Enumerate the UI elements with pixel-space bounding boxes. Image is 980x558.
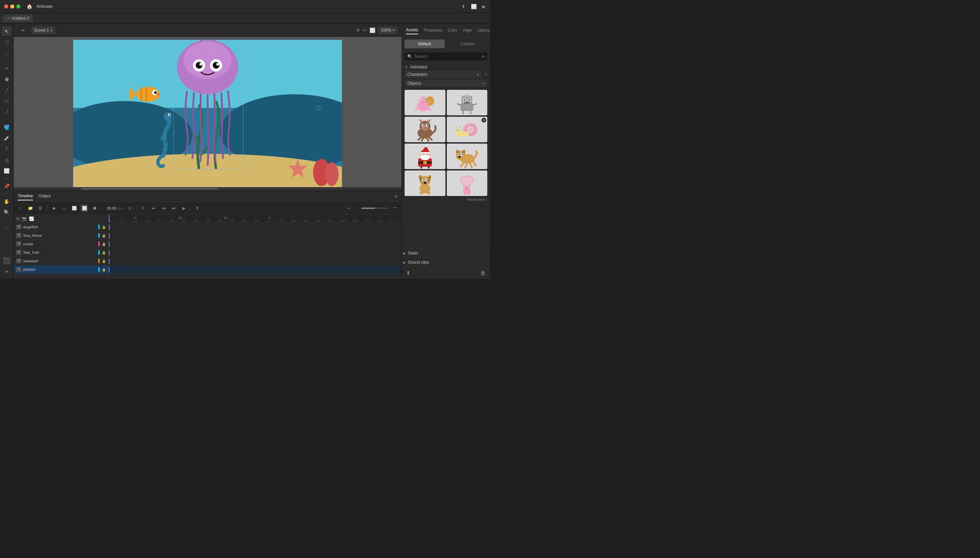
play-icon[interactable]: ▶ xyxy=(482,4,486,9)
zoom-control[interactable]: 100% ▾ xyxy=(378,26,397,34)
close-button[interactable] xyxy=(4,5,8,8)
list-view-btn[interactable]: ≡ xyxy=(482,54,484,59)
graph-btn[interactable]: 📈 xyxy=(29,217,34,221)
layer-lock-icon[interactable]: 🔒 xyxy=(102,242,106,246)
eraser-tool[interactable]: ⬜ xyxy=(2,166,11,176)
static-section[interactable]: ▶ Static xyxy=(402,248,490,258)
frame-btn[interactable]: ▭ xyxy=(60,205,68,212)
tab-timeline[interactable]: Timeline xyxy=(18,192,33,200)
sound-clips-section[interactable]: ▶ Sound clips xyxy=(402,258,490,267)
layer-lock-icon[interactable]: 🔒 xyxy=(102,268,106,271)
camera-tool[interactable]: ◎ xyxy=(2,155,11,165)
character-card-8[interactable] xyxy=(447,171,488,196)
character-card-1[interactable] xyxy=(405,90,445,115)
swap-colors[interactable]: ⇄ xyxy=(2,267,11,276)
layer-row[interactable]: 🎬 angelfish 🔒 xyxy=(14,223,108,231)
character-card-2[interactable] xyxy=(447,90,488,115)
more-tools[interactable]: ⋯ xyxy=(2,223,11,232)
delete-layer-btn[interactable]: 🗑 xyxy=(37,205,44,212)
objects-dropdown[interactable]: Objects ▾ xyxy=(405,80,487,87)
subselect-tool[interactable]: ⬡ xyxy=(2,38,11,47)
filter-icon[interactable]: ▽ xyxy=(484,72,487,77)
delete-asset-icon[interactable]: 🗑 xyxy=(481,270,486,276)
stage-icon[interactable]: ⬜ xyxy=(369,28,375,33)
text-tool[interactable]: T xyxy=(2,144,11,154)
timeline-collapse-btn[interactable]: ≡ xyxy=(395,194,397,199)
playhead-track xyxy=(109,259,110,264)
tab-output[interactable]: Output xyxy=(38,192,51,200)
play-btn[interactable]: ▶ xyxy=(181,205,188,212)
export-btn[interactable]: ⬆ xyxy=(194,205,201,212)
line-tool[interactable]: ╱ xyxy=(2,107,11,117)
pencil-tool[interactable]: ╱ xyxy=(2,85,11,95)
hand-tool[interactable]: ✋ xyxy=(2,197,11,206)
default-btn[interactable]: Default xyxy=(405,39,445,48)
canvas-hscrollbar-thumb[interactable] xyxy=(82,188,218,190)
tab-align[interactable]: Align xyxy=(463,26,472,34)
select-tool[interactable]: ↖ xyxy=(2,26,11,36)
loop-btn[interactable]: ⟳ xyxy=(140,205,147,212)
maximize-button[interactable] xyxy=(16,5,20,8)
character-remove-btn[interactable]: ✕ xyxy=(481,118,486,123)
arrange-icon[interactable]: ⬜ xyxy=(471,4,477,9)
brush-tool[interactable]: ⬟ xyxy=(2,74,11,84)
motion-btn[interactable]: ⬟ xyxy=(91,205,98,212)
upload-icon[interactable]: ⬆ xyxy=(406,270,410,276)
search-input[interactable] xyxy=(414,54,480,59)
undo-btn[interactable]: ↩ xyxy=(345,205,353,212)
color-swatch[interactable]: ⬛ xyxy=(2,256,11,265)
blank-frame-btn[interactable]: ⬜ xyxy=(71,205,78,212)
eyedropper-tool[interactable]: 💉 xyxy=(2,133,11,143)
clip-icon[interactable]: ✂ xyxy=(363,28,367,33)
character-card-6[interactable] xyxy=(447,144,488,169)
layer-row[interactable]: 🎬 corals 🔒 xyxy=(14,240,108,248)
keyframe-btn[interactable]: ◆ xyxy=(50,205,57,212)
tab-library[interactable]: Library xyxy=(478,26,490,34)
layer-row[interactable]: 🎬 seaweed 🔒 xyxy=(14,257,108,265)
rewind-btn[interactable]: ⬅ xyxy=(150,205,157,212)
tab-assets[interactable]: Assets xyxy=(406,26,418,34)
step-fwd-btn[interactable]: ⏭ xyxy=(170,205,177,212)
character-card-4[interactable]: ✕ xyxy=(447,117,488,142)
layers-icon[interactable]: ⊞ xyxy=(16,217,20,221)
character-card-7[interactable] xyxy=(405,171,445,196)
tab-close-icon[interactable]: ✕ xyxy=(7,16,10,20)
pin-tool[interactable]: 📌 xyxy=(2,181,11,191)
layer-lock-icon[interactable]: 🔒 xyxy=(102,225,106,229)
camera-layer-btn[interactable]: 📷 xyxy=(22,217,27,221)
animated-section-header[interactable]: ▼ Animated xyxy=(405,63,487,71)
pen-tool[interactable]: ✏ xyxy=(2,64,11,73)
zoom-tool[interactable]: 🔍 xyxy=(2,208,11,217)
rect-tool[interactable]: ▭ xyxy=(2,96,11,106)
layer-row-selected[interactable]: 🎬 jellyfish 🔒 xyxy=(14,265,108,274)
tab-properties[interactable]: Properties xyxy=(424,26,442,34)
document-tab[interactable]: ✕ Untitled-3 xyxy=(3,15,33,22)
character-card-3[interactable] xyxy=(405,117,445,142)
layer-lock-icon[interactable]: 🔒 xyxy=(102,234,106,238)
layer-row[interactable]: 🎬 Sea_Horse 🔒 xyxy=(14,231,108,240)
layer-row[interactable]: 🎬 Star_Fish 🔒 xyxy=(14,248,108,257)
custom-btn[interactable]: Custom xyxy=(448,39,488,48)
canvas-hscrollbar[interactable] xyxy=(14,187,402,190)
share-icon[interactable]: ⬆ xyxy=(461,4,466,9)
scene-selector[interactable]: Scene 1 ▾ xyxy=(31,26,55,34)
new-layer-btn[interactable]: + xyxy=(16,205,24,212)
playhead-track xyxy=(109,250,110,256)
new-folder-btn[interactable]: 📁 xyxy=(26,205,34,212)
scene-back-icon[interactable]: ⬅ xyxy=(18,25,29,36)
layer-lock-icon[interactable]: 🔒 xyxy=(102,251,106,254)
onion-btn[interactable]: ⬜ xyxy=(80,205,88,212)
characters-dropdown[interactable]: Characters ▾ xyxy=(405,71,481,78)
lasso-tool[interactable]: ◌ xyxy=(2,48,11,58)
minimize-button[interactable] xyxy=(10,5,14,8)
character-card-5[interactable] xyxy=(405,144,445,169)
step-back-btn[interactable]: ⏮ xyxy=(160,205,167,212)
tab-color[interactable]: Color xyxy=(448,26,458,34)
paint-bucket[interactable]: 🪣 xyxy=(2,123,11,132)
show-next-btn[interactable]: Show next ↓ xyxy=(405,196,487,203)
layer-lock-icon[interactable]: 🔒 xyxy=(102,259,106,263)
fit-page-icon[interactable]: ✣ xyxy=(356,28,360,33)
waveform-btn[interactable]: 〜 xyxy=(391,205,399,212)
volume-slider[interactable] xyxy=(361,208,389,209)
playhead[interactable] xyxy=(109,215,110,223)
